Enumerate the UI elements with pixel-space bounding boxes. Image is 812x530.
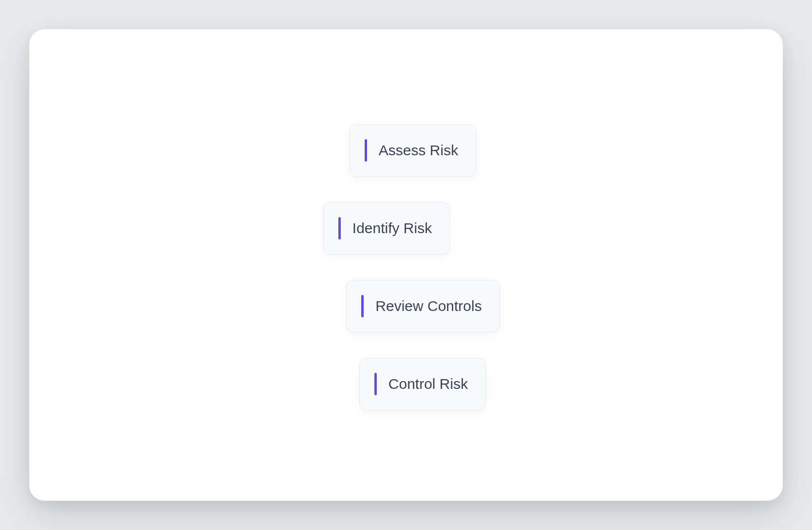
step-identify-risk[interactable]: Identify Risk xyxy=(323,202,450,255)
step-label: Review Controls xyxy=(375,298,481,314)
step-label: Assess Risk xyxy=(379,142,458,159)
step-review-controls[interactable]: Review Controls xyxy=(346,280,499,332)
step-label: Control Risk xyxy=(388,376,468,392)
steps-list: Assess Risk Identify Risk Review Control… xyxy=(29,124,783,410)
accent-bar-icon xyxy=(361,295,364,317)
step-control-risk[interactable]: Control Risk xyxy=(359,358,486,410)
accent-bar-icon xyxy=(365,139,367,162)
accent-bar-icon xyxy=(374,373,377,395)
step-assess-risk[interactable]: Assess Risk xyxy=(350,124,476,177)
accent-bar-icon xyxy=(338,217,341,239)
diagram-card: Assess Risk Identify Risk Review Control… xyxy=(29,29,783,501)
step-label: Identify Risk xyxy=(352,220,432,237)
